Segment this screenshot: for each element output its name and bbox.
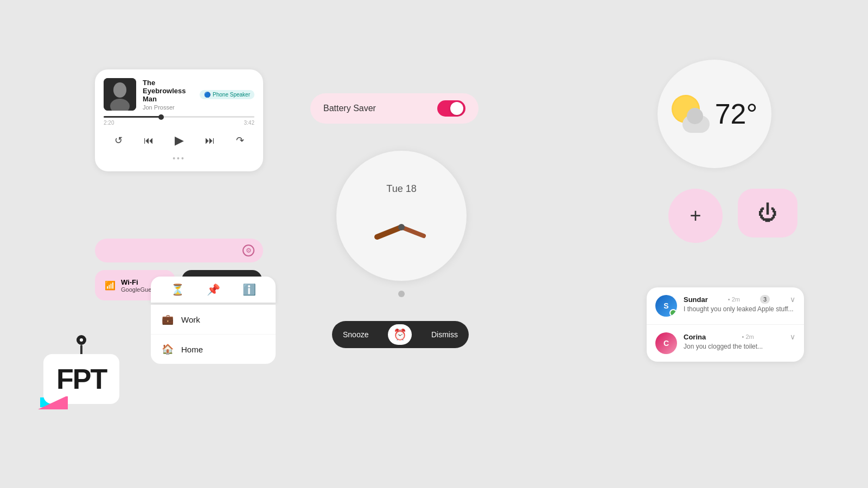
clock-widget: Tue 18	[336, 151, 467, 281]
battery-saver-label: Battery Saver	[323, 104, 376, 113]
wifi-icon: 📶	[105, 280, 116, 291]
add-button[interactable]: +	[668, 189, 723, 243]
music-progress[interactable]: 2:20 3:42	[104, 116, 254, 126]
sundar-avatar: S	[655, 295, 677, 317]
sundar-name: Sundar	[684, 296, 708, 304]
info-icon[interactable]: ℹ️	[242, 283, 256, 296]
clock-hands-svg	[366, 206, 437, 249]
sundar-count: 3	[760, 295, 770, 304]
battery-saver-toggle[interactable]	[437, 100, 465, 117]
time-total: 3:42	[244, 120, 254, 126]
clock-face: Tue 18	[336, 151, 467, 281]
alarm-icon: ⏰	[388, 324, 412, 345]
play-button[interactable]: ▶	[173, 131, 186, 150]
corina-avatar: C	[655, 332, 677, 354]
music-controls: ↺ ⏮ ▶ ⏭ ↷	[104, 131, 254, 150]
power-button-container: ⏻	[738, 189, 797, 237]
pin-icon[interactable]: 📌	[207, 283, 220, 296]
svg-line-4	[401, 227, 424, 236]
replay-button[interactable]: ↺	[112, 132, 125, 149]
fpt-logo-container: FPT	[43, 354, 119, 404]
clock-second-dot	[398, 291, 405, 297]
music-artist: Jon Prosser	[143, 104, 193, 111]
sundar-time: • 2m	[728, 296, 740, 303]
battery-saver-row[interactable]: Battery Saver	[310, 93, 478, 124]
music-player-card: The Eyebrowless Man Jon Prosser 🔵 Phone …	[95, 69, 263, 171]
weather-temperature: 72°	[715, 100, 758, 128]
corina-time: • 2m	[742, 333, 754, 340]
sundar-message: I thought you only leaked Apple stuff...	[684, 305, 795, 313]
search-bar[interactable]: ⚙	[95, 239, 263, 262]
clock-date: Tue 18	[386, 183, 416, 195]
forward-button[interactable]: ↷	[234, 132, 246, 149]
work-icon: 💼	[162, 313, 174, 325]
time-current: 2:20	[104, 120, 114, 126]
svg-point-1	[113, 82, 126, 98]
next-button[interactable]: ⏭	[203, 133, 217, 149]
location-home-item[interactable]: 🏠 Home	[151, 335, 276, 364]
snooze-button[interactable]: Snooze	[336, 327, 375, 342]
music-title: The Eyebrowless Man	[143, 79, 193, 103]
album-art	[104, 78, 136, 111]
quick-actions-bar: ⏳ 📌 ℹ️	[151, 277, 276, 303]
weather-icon	[672, 95, 710, 133]
music-menu-dots[interactable]: •••	[104, 154, 254, 163]
fpt-badge: FPT	[43, 354, 119, 404]
hourglass-icon[interactable]: ⏳	[171, 283, 184, 296]
location-menu: 💼 Work 🏠 Home	[151, 305, 276, 364]
notification-sundar: S Sundar • 2m 3 ∨ I thought you only lea…	[647, 287, 804, 325]
notification-corina: C Corina • 2m ∨ Jon you clogged the toil…	[647, 325, 804, 362]
prev-button[interactable]: ⏮	[142, 133, 156, 149]
alarm-bar: Snooze ⏰ Dismiss	[332, 321, 469, 348]
corina-expand-icon[interactable]: ∨	[790, 332, 795, 341]
settings-icon[interactable]: ⚙	[242, 245, 254, 256]
notifications-panel: S Sundar • 2m 3 ∨ I thought you only lea…	[647, 287, 804, 362]
corina-name: Corina	[684, 333, 706, 341]
dismiss-button[interactable]: Dismiss	[425, 327, 464, 342]
corina-message: Jon you clogged the toilet...	[684, 343, 795, 350]
weather-widget: 72°	[658, 60, 771, 168]
sundar-expand-icon[interactable]: ∨	[790, 295, 795, 304]
work-label: Work	[181, 315, 200, 324]
device-badge: 🔵 Phone Speaker	[200, 90, 254, 99]
fpt-text: FPT	[56, 363, 106, 395]
power-button[interactable]: ⏻	[738, 189, 797, 237]
home-icon: 🏠	[162, 343, 174, 355]
add-button-container: +	[668, 189, 723, 243]
svg-point-5	[398, 224, 405, 230]
home-label: Home	[181, 345, 203, 354]
svg-line-3	[377, 227, 401, 237]
location-work-item[interactable]: 💼 Work	[151, 305, 276, 335]
